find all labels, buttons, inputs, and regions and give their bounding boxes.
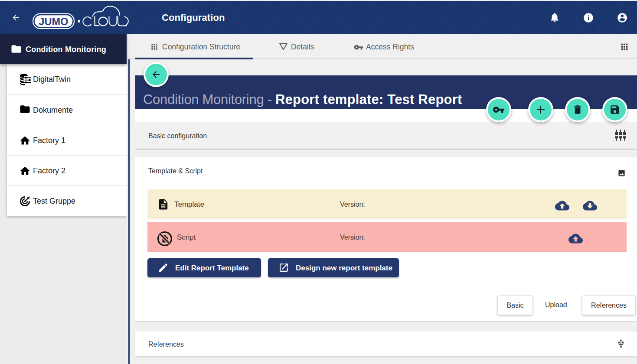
svg-text:JUMO: JUMO	[39, 16, 69, 27]
